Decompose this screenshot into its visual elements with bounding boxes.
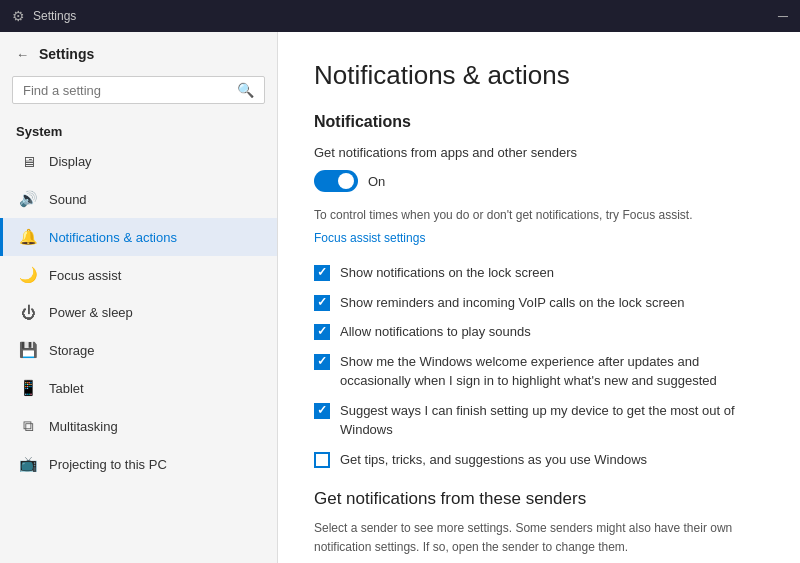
- focus-hint-text: To control times when you do or don't ge…: [314, 206, 760, 224]
- checkbox-voip-input[interactable]: [314, 295, 330, 311]
- checkbox-sounds: Allow notifications to play sounds: [314, 322, 760, 342]
- power-icon: ⏻: [19, 304, 37, 321]
- notifications-section: Notifications Get notifications from app…: [314, 113, 760, 469]
- sidebar-item-power[interactable]: ⏻ Power & sleep: [0, 294, 277, 331]
- page-title: Notifications & actions: [314, 60, 760, 91]
- checkbox-sounds-input[interactable]: [314, 324, 330, 340]
- sidebar-item-label-storage: Storage: [49, 343, 95, 358]
- checkbox-suggestions-label: Suggest ways I can finish setting up my …: [340, 401, 760, 440]
- toggle-row: On: [314, 170, 760, 192]
- title-bar-title: Settings: [33, 9, 76, 23]
- checkbox-welcome: Show me the Windows welcome experience a…: [314, 352, 760, 391]
- sidebar-item-label-projecting: Projecting to this PC: [49, 457, 167, 472]
- search-box[interactable]: 🔍: [12, 76, 265, 104]
- checkbox-tips: Get tips, tricks, and suggestions as you…: [314, 450, 760, 470]
- sidebar-item-label-power: Power & sleep: [49, 305, 133, 320]
- title-bar-left: ⚙ Settings: [12, 8, 76, 24]
- sidebar-title: Settings: [39, 46, 94, 62]
- checkbox-tips-label: Get tips, tricks, and suggestions as you…: [340, 450, 647, 470]
- storage-icon: 💾: [19, 341, 37, 359]
- back-button[interactable]: ←: [16, 47, 29, 62]
- notifications-icon: 🔔: [19, 228, 37, 246]
- notifications-toggle[interactable]: [314, 170, 358, 192]
- sidebar: ← Settings 🔍 System 🖥 Display 🔊 Sound 🔔 …: [0, 32, 278, 563]
- checkbox-suggestions-input[interactable]: [314, 403, 330, 419]
- display-icon: 🖥: [19, 153, 37, 170]
- checkbox-voip-label: Show reminders and incoming VoIP calls o…: [340, 293, 684, 313]
- sidebar-item-label-multitasking: Multitasking: [49, 419, 118, 434]
- senders-section-title: Get notifications from these senders: [314, 489, 760, 509]
- sound-icon: 🔊: [19, 190, 37, 208]
- tablet-icon: 📱: [19, 379, 37, 397]
- sidebar-item-label-focus: Focus assist: [49, 268, 121, 283]
- sidebar-item-sound[interactable]: 🔊 Sound: [0, 180, 277, 218]
- app-body: ← Settings 🔍 System 🖥 Display 🔊 Sound 🔔 …: [0, 32, 800, 563]
- sidebar-item-display[interactable]: 🖥 Display: [0, 143, 277, 180]
- content-area: Notifications & actions Notifications Ge…: [278, 32, 800, 563]
- sidebar-item-label-sound: Sound: [49, 192, 87, 207]
- senders-section: Get notifications from these senders Sel…: [314, 489, 760, 557]
- sidebar-item-focus[interactable]: 🌙 Focus assist: [0, 256, 277, 294]
- title-bar: ⚙ Settings ─: [0, 0, 800, 32]
- toggle-state-label: On: [368, 174, 385, 189]
- checkbox-suggestions: Suggest ways I can finish setting up my …: [314, 401, 760, 440]
- sidebar-item-projecting[interactable]: 📺 Projecting to this PC: [0, 445, 277, 483]
- minimize-button[interactable]: ─: [778, 8, 788, 24]
- senders-section-description: Select a sender to see more settings. So…: [314, 519, 760, 557]
- checkbox-lockscreen-label: Show notifications on the lock screen: [340, 263, 554, 283]
- checkbox-lockscreen: Show notifications on the lock screen: [314, 263, 760, 283]
- sidebar-section-label: System: [0, 116, 277, 143]
- sidebar-header: ← Settings: [0, 32, 277, 72]
- checkbox-tips-input[interactable]: [314, 452, 330, 468]
- sidebar-item-notifications[interactable]: 🔔 Notifications & actions: [0, 218, 277, 256]
- title-bar-controls: ─: [778, 8, 788, 24]
- search-icon: 🔍: [237, 82, 254, 98]
- sidebar-item-storage[interactable]: 💾 Storage: [0, 331, 277, 369]
- checkbox-welcome-label: Show me the Windows welcome experience a…: [340, 352, 760, 391]
- checkbox-voip: Show reminders and incoming VoIP calls o…: [314, 293, 760, 313]
- notifications-section-title: Notifications: [314, 113, 760, 131]
- sidebar-item-multitasking[interactable]: ⧉ Multitasking: [0, 407, 277, 445]
- checkbox-welcome-input[interactable]: [314, 354, 330, 370]
- checkbox-lockscreen-input[interactable]: [314, 265, 330, 281]
- multitasking-icon: ⧉: [19, 417, 37, 435]
- settings-icon: ⚙: [12, 8, 25, 24]
- sidebar-item-label-notifications: Notifications & actions: [49, 230, 177, 245]
- sidebar-item-tablet[interactable]: 📱 Tablet: [0, 369, 277, 407]
- focus-assist-link[interactable]: Focus assist settings: [314, 231, 425, 245]
- projecting-icon: 📺: [19, 455, 37, 473]
- search-input[interactable]: [23, 83, 237, 98]
- toggle-description: Get notifications from apps and other se…: [314, 145, 760, 160]
- checkbox-sounds-label: Allow notifications to play sounds: [340, 322, 531, 342]
- focus-icon: 🌙: [19, 266, 37, 284]
- toggle-slider: [314, 170, 358, 192]
- sidebar-item-label-tablet: Tablet: [49, 381, 84, 396]
- sidebar-item-label-display: Display: [49, 154, 92, 169]
